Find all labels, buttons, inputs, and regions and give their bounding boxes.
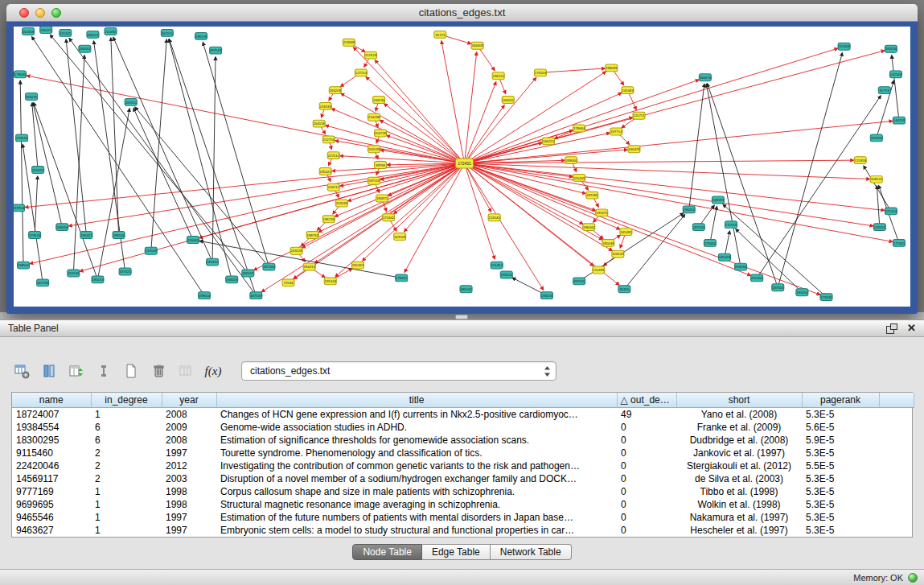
graph-node[interactable]: 187954 <box>14 204 25 212</box>
graph-node[interactable]: 202718 <box>375 130 387 137</box>
table-cell[interactable]: 1998 <box>162 498 216 511</box>
graph-node[interactable]: 193245 <box>16 134 28 142</box>
graph-node[interactable]: 153545 <box>488 214 500 221</box>
graph-node[interactable]: 193256 <box>885 45 897 52</box>
graph-node[interactable]: 207151 <box>161 29 173 36</box>
table-cell[interactable]: 5.9E-5 <box>802 434 879 447</box>
table-cell[interactable]: 9777169 <box>12 485 91 498</box>
table-cell[interactable]: 0 <box>617 459 676 472</box>
graph-node[interactable]: 217619 <box>364 51 376 59</box>
table-row[interactable]: 1456911722003Disruption of a novel membe… <box>12 472 914 485</box>
column-header-year[interactable]: year <box>162 393 216 407</box>
graph-node[interactable]: 196121 <box>492 72 504 80</box>
table-cell[interactable]: 18300295 <box>12 434 91 447</box>
graph-node[interactable]: 196178 <box>195 32 207 39</box>
graph-node[interactable]: 178644 <box>573 125 585 132</box>
table-cell[interactable]: 0 <box>617 511 676 524</box>
graph-node[interactable]: 188733 <box>306 232 318 239</box>
table-cell[interactable]: 1 <box>91 511 162 524</box>
table-cell[interactable]: 5.3E-5 <box>802 485 879 498</box>
table-cell[interactable]: 9463627 <box>12 524 91 537</box>
graph-node[interactable]: 177405 <box>893 239 905 246</box>
graph-node[interactable]: 187234 <box>37 279 49 286</box>
table-cell[interactable]: Wolkin et al. (1998) <box>676 498 802 511</box>
graph-node[interactable]: 185076 <box>26 93 38 101</box>
table-cell[interactable]: Tibbo et al. (1998) <box>676 485 802 498</box>
graph-node[interactable]: 99784 <box>375 162 387 169</box>
graph-node[interactable]: 227512 <box>327 152 339 159</box>
graph-node[interactable]: 220409 <box>573 174 585 181</box>
graph-node[interactable]: 206717 <box>327 183 339 191</box>
graph-node[interactable]: 212754 <box>322 136 335 143</box>
graph-node[interactable]: 191325 <box>60 29 72 36</box>
row-height-button[interactable] <box>93 360 114 381</box>
table-cell[interactable]: 6 <box>91 434 162 447</box>
table-cell[interactable]: 0 <box>617 421 676 434</box>
graph-node[interactable]: 160478 <box>628 146 640 153</box>
graph-node[interactable]: 195013 <box>92 276 104 283</box>
table-cell[interactable]: 1997 <box>162 524 216 537</box>
graph-node[interactable]: 196733 <box>322 216 335 223</box>
graph-node[interactable]: 203183 <box>335 200 347 207</box>
graph-node-hub[interactable]: 172401 <box>455 159 473 168</box>
graph-node[interactable]: 194502 <box>79 45 91 52</box>
table-cell[interactable]: Changes of HCN gene expression and I(f) … <box>216 407 617 421</box>
network-canvas[interactable]: 1724012240882176191275141842092191332041… <box>14 27 910 307</box>
graph-node[interactable]: 155958 <box>854 157 866 164</box>
graph-node[interactable]: 191437 <box>351 262 363 269</box>
graph-node[interactable]: 198502 <box>18 262 30 269</box>
table-cell[interactable]: Embryonic stem cells: a model to study s… <box>216 524 617 537</box>
column-header-pagerank[interactable]: pagerank <box>802 393 879 407</box>
graph-node[interactable]: 127514 <box>355 69 367 76</box>
graph-node[interactable]: 187509 <box>250 292 262 299</box>
graph-node[interactable]: 197714 <box>610 128 622 135</box>
table-cell[interactable]: 5.3E-5 <box>802 524 879 537</box>
graph-node[interactable]: 198093 <box>606 64 618 72</box>
table-cell[interactable]: 5.3E-5 <box>802 511 879 524</box>
window-titlebar[interactable]: citations_edges.txt <box>6 4 918 22</box>
graph-node[interactable]: 193205 <box>500 271 512 278</box>
table-cell[interactable]: 1997 <box>162 511 216 524</box>
table-cell[interactable]: Investigating the contribution of common… <box>216 459 617 472</box>
table-cell[interactable]: Estimation of the future numbers of pati… <box>216 511 617 524</box>
close-window-button[interactable] <box>19 8 29 18</box>
table-cell[interactable]: 0 <box>617 485 676 498</box>
table-cell[interactable]: 9465546 <box>12 511 91 524</box>
graph-node[interactable]: 155493 <box>593 266 605 274</box>
function-builder-button[interactable]: f(x) <box>203 360 224 381</box>
graph-node[interactable]: 121054 <box>885 208 897 215</box>
delete-table-button[interactable] <box>148 360 169 381</box>
graph-node[interactable]: 175342 <box>383 214 395 221</box>
table-cell[interactable]: Franke et al. (2009) <box>676 421 802 434</box>
table-cell[interactable]: 5.3E-5 <box>802 447 879 459</box>
graph-node[interactable]: 190475 <box>40 27 52 33</box>
column-header-short[interactable]: short <box>676 393 802 407</box>
table-cell[interactable]: 9115460 <box>12 447 91 459</box>
graph-node[interactable]: 190421 <box>80 232 92 239</box>
graph-node[interactable]: 168593 <box>712 196 724 204</box>
graph-node[interactable]: 190871 <box>376 195 388 202</box>
table-cell[interactable]: 5.3E-5 <box>802 407 879 421</box>
graph-node[interactable]: 214298 <box>368 113 380 121</box>
table-cell[interactable]: 2003 <box>162 472 216 485</box>
graph-node[interactable]: 187920 <box>772 284 784 291</box>
table-cell[interactable]: Corpus callosum shape and size in male p… <box>216 485 617 498</box>
graph-node[interactable]: 142543 <box>889 71 901 78</box>
table-cell[interactable]: Nakamura et al. (1997) <box>676 511 802 524</box>
graph-node[interactable]: 195310 <box>207 258 219 266</box>
table-cell[interactable]: 49 <box>617 407 676 421</box>
table-cell[interactable]: 5.3E-5 <box>802 472 879 485</box>
table-row[interactable]: 977716911998Corpus callosum shape and si… <box>12 485 914 498</box>
graph-node[interactable]: 179430 <box>704 239 716 246</box>
table-cell[interactable]: 2 <box>91 459 162 472</box>
graph-node[interactable]: 201450 <box>751 274 763 282</box>
graph-node[interactable]: 204118 <box>313 120 325 127</box>
table-cell[interactable]: 1998 <box>162 485 216 498</box>
graph-node[interactable]: 193205 <box>683 206 695 213</box>
graph-node[interactable]: 92774 <box>878 87 890 94</box>
table-cell[interactable]: 1997 <box>162 447 216 459</box>
table-cell[interactable]: Tourette syndrome. Phenomenology and cla… <box>216 447 617 459</box>
tab-node-table[interactable]: Node Table <box>352 544 422 560</box>
graph-node[interactable]: 187321 <box>119 268 131 275</box>
graph-node[interactable]: 187520 <box>573 278 585 285</box>
